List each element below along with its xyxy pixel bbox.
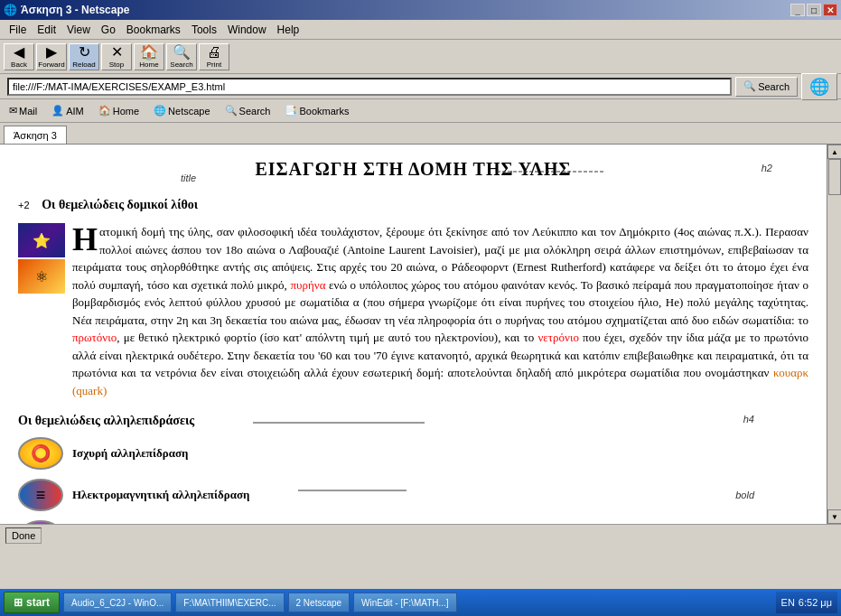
menu-view[interactable]: View <box>61 22 96 38</box>
weak-icon: ○ <box>18 520 63 524</box>
h2-annotation: h2 <box>762 163 772 173</box>
status-text: Done <box>5 527 42 544</box>
bookmark-aim[interactable]: 👤 AIM <box>46 103 89 118</box>
interaction-strong: ⭕ Ισχυρή αλληλεπίδραση <box>18 437 808 470</box>
interaction-em: ≡ Ηλεκτρομαγνητική αλληλεπίδραση bold <box>18 479 808 511</box>
images-column: ⭐ ⚛ <box>18 223 65 406</box>
menu-go[interactable]: Go <box>96 22 121 38</box>
menu-file[interactable]: File <box>4 22 32 38</box>
title-bar-left: 🌐 Άσκηση 3 - Netscape <box>4 4 129 16</box>
scroll-down-button[interactable]: ▼ <box>827 509 841 524</box>
h4-annotation: h4 <box>743 414 754 425</box>
back-button[interactable]: ◀ Back <box>4 43 34 70</box>
title-bar-buttons: _ □ ✕ <box>790 4 837 16</box>
app-icon: 🌐 <box>4 4 17 16</box>
bookmark-home[interactable]: 🏠 Home <box>93 103 145 118</box>
text-column: Η ατομική δομή της ύλης, σαν φιλοσοφική … <box>72 223 808 406</box>
print-icon: 🖨 <box>207 45 221 60</box>
menu-bar: File Edit View Go Bookmarks Tools Window… <box>0 20 841 40</box>
address-input[interactable] <box>7 78 732 96</box>
home-icon: 🏠 <box>140 45 158 60</box>
title-section: ΕΙΣΑΓΩΓΗ ΣΤΗ ΔΟΜΗ ΤΗΣ ΥΛΗΣ h2 <box>18 159 808 180</box>
stars-image: ⭐ <box>18 223 65 257</box>
stop-button[interactable]: ✕ Stop <box>101 43 132 70</box>
search-icon-small: 🔍 <box>743 80 756 92</box>
highlight-neutronion: νετρόνιο <box>537 331 578 344</box>
scrollbar-track <box>827 159 841 509</box>
subheading2-section: Οι θεμελιώδεις αλληλεπιδράσεις h4 <box>18 414 808 428</box>
highlight-pyrina: πυρήνα <box>290 278 325 292</box>
mail-icon: ✉ <box>9 105 17 117</box>
tab-bar: Άσκηση 3 <box>0 123 841 145</box>
content-wrapper: ΕΙΣΑΓΩΓΗ ΣΤΗ ΔΟΜΗ ΤΗΣ ΥΛΗΣ h2 title +2 Ο… <box>18 159 808 524</box>
bookmark-bookmarks[interactable]: 📑 Bookmarks <box>279 103 354 118</box>
section-subheading1: Οι θεμελιώδεις δομικοί λίθοι <box>42 198 198 212</box>
interaction-weak: ○ Ασθενής αλληλεπίδραση <box>18 520 808 524</box>
menu-window[interactable]: Window <box>222 22 272 38</box>
tab-askisi3[interactable]: Άσκηση 3 <box>4 126 67 144</box>
bold-annotation: bold <box>735 490 754 500</box>
bookmark-search[interactable]: 🔍 Search <box>220 103 276 118</box>
content-images-row: ⭐ ⚛ Η ατομική δομή της ύλης, σαν φιλοσοφ… <box>18 223 808 406</box>
bookmark-mail[interactable]: ✉ Mail <box>4 103 42 118</box>
home-button[interactable]: 🏠 Home <box>134 43 164 70</box>
netscape-icon: 🌐 <box>154 105 166 117</box>
scrollbar: ▲ ▼ <box>827 145 841 524</box>
minimize-button[interactable]: _ <box>790 4 805 16</box>
close-button[interactable]: ✕ <box>823 4 837 16</box>
subheading2: Οι θεμελιώδεις αλληλεπιδράσεις <box>18 414 194 427</box>
em-label: Ηλεκτρομαγνητική αλληλεπίδραση <box>72 488 249 502</box>
reload-icon: ↻ <box>79 45 90 60</box>
bookmarks-icon: 📑 <box>285 105 297 117</box>
status-bar: Done <box>0 524 841 546</box>
home-bm-icon: 🏠 <box>98 105 111 117</box>
atoms-image: ⚛ <box>18 259 65 294</box>
strong-icon: ⭕ <box>18 437 63 470</box>
menu-tools[interactable]: Tools <box>186 22 222 38</box>
subheading-section: +2 Οι θεμελιώδεις δομικοί λίθοι <box>18 191 808 219</box>
scrollbar-thumb[interactable] <box>828 159 841 195</box>
aim-icon: 👤 <box>51 105 64 117</box>
browser-window: ΕΙΣΑΓΩΓΗ ΣΤΗ ΔΟΜΗ ΤΗΣ ΥΛΗΣ h2 title +2 Ο… <box>0 145 841 524</box>
stop-icon: ✕ <box>111 45 123 60</box>
maximize-button[interactable]: □ <box>807 4 821 16</box>
window-title: Άσκηση 3 - Netscape <box>21 4 129 16</box>
forward-icon: ▶ <box>46 45 57 60</box>
search-button[interactable]: 🔍 Search <box>166 43 197 70</box>
reload-button[interactable]: ↻ Reload <box>69 43 99 70</box>
body-section: ⭐ ⚛ Η ατομική δομή της ύλης, σαν φιλοσοφ… <box>18 223 808 406</box>
big-initial-H: Η <box>72 223 98 256</box>
bookmark-netscape[interactable]: 🌐 Netscape <box>148 103 215 118</box>
plus2-annotation: +2 <box>18 200 30 210</box>
menu-edit[interactable]: Edit <box>32 22 61 38</box>
bookmarks-bar: ✉ Mail 👤 AIM 🏠 Home 🌐 Netscape 🔍 Search … <box>0 99 841 123</box>
search-icon: 🔍 <box>173 45 191 60</box>
strong-label: Ισχυρή αλληλεπίδραση <box>72 446 188 461</box>
interactions-list: ⭕ Ισχυρή αλληλεπίδραση ≡ Ηλεκτρομαγνητικ… <box>18 437 808 524</box>
body-text: Η ατομική δομή της ύλης, σαν φιλοσοφική … <box>72 223 808 399</box>
address-bar: 🔍 Search 🌐 <box>0 74 841 99</box>
print-button[interactable]: 🖨 Print <box>199 43 229 70</box>
scroll-up-button[interactable]: ▲ <box>827 145 841 159</box>
address-search-button[interactable]: 🔍 Search <box>735 77 798 97</box>
content-area[interactable]: ΕΙΣΑΓΩΓΗ ΣΤΗ ΔΟΜΗ ΤΗΣ ΥΛΗΣ h2 title +2 Ο… <box>0 145 827 524</box>
menu-help[interactable]: Help <box>272 22 305 38</box>
page-title: ΕΙΣΑΓΩΓΗ ΣΤΗ ΔΟΜΗ ΤΗΣ ΥΛΗΣ <box>18 159 808 180</box>
nav-extra-btn[interactable]: 🌐 <box>801 73 837 100</box>
nav-toolbar: ◀ Back ▶ Forward ↻ Reload ✕ Stop 🏠 Home … <box>0 40 841 74</box>
search-bm-icon: 🔍 <box>225 105 238 117</box>
menu-bookmarks[interactable]: Bookmarks <box>121 22 186 38</box>
highlight-protonion: πρωτόνιο <box>72 331 117 344</box>
forward-button[interactable]: ▶ Forward <box>36 43 67 70</box>
title-bar: 🌐 Άσκηση 3 - Netscape _ □ ✕ <box>0 0 841 20</box>
back-icon: ◀ <box>14 45 24 60</box>
em-icon: ≡ <box>18 479 63 511</box>
title-annotation: title <box>181 173 196 183</box>
